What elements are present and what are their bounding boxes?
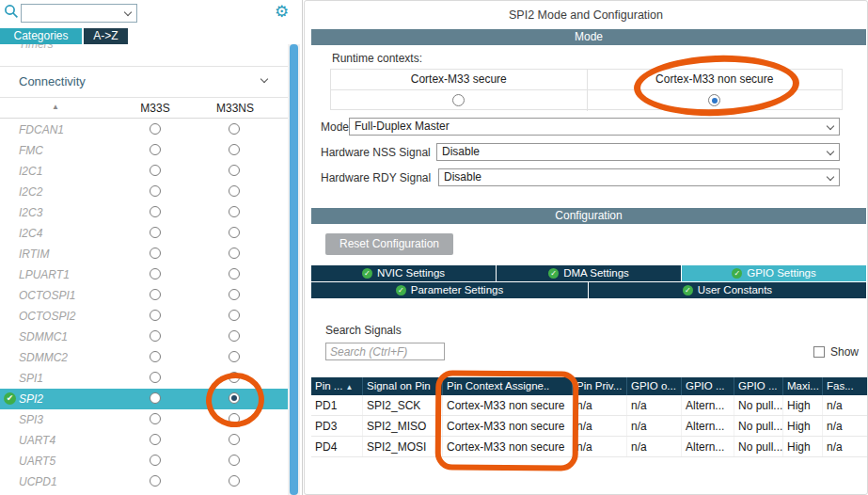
signal-cell: n/a (627, 395, 682, 415)
radio-irtim-m33ns[interactable] (229, 248, 240, 259)
signals-col-header[interactable]: Pin Context Assigne.. (443, 377, 573, 395)
radio-lpuart1-m33ns[interactable] (229, 268, 240, 279)
signal-row-pd1[interactable]: PD1SPI2_SCKCortex-M33 non securen/an/aAl… (311, 395, 868, 416)
settings-gear-icon[interactable]: ⚙ (275, 2, 289, 22)
signals-col-header[interactable]: GPIO o... (627, 377, 682, 395)
left-scrollbar[interactable] (288, 44, 300, 495)
signals-col-header[interactable]: GPIO ... (682, 377, 734, 395)
mode-select[interactable]: Full-Duplex Master (349, 118, 840, 136)
signal-row-pd3[interactable]: PD3SPI2_MISOCortex-M33 non securen/an/aA… (311, 416, 868, 437)
peripheral-row-sdmmc2[interactable]: SDMMC2 (0, 347, 288, 368)
radio-i2c4-m33s[interactable] (150, 227, 161, 238)
radio-spi1-m33ns[interactable] (229, 372, 240, 383)
radio-ucpd1-m33s[interactable] (150, 475, 161, 487)
signals-col-header[interactable]: Maxi... (783, 377, 823, 395)
peripheral-row-ucpd1[interactable]: UCPD1 (0, 471, 288, 492)
hardware-rdy-select[interactable]: Disable (438, 168, 840, 186)
signals-col-header[interactable]: Pin ...▲ (311, 377, 363, 395)
radio-fmc-m33ns[interactable] (229, 144, 240, 155)
peripheral-row-spi3[interactable]: SPI3 (0, 409, 288, 430)
signal-cell: Cortex-M33 non secure (443, 437, 573, 456)
peripheral-row-irtim[interactable]: IRTIM (0, 244, 288, 264)
partial-list-item[interactable]: Timers (19, 44, 54, 51)
show-checkbox[interactable] (813, 346, 825, 358)
peripheral-row-i2c4[interactable]: I2C4 (0, 223, 288, 244)
signals-col-header-label: GPIO o... (631, 380, 676, 391)
spi2-config-panel: SPI2 Mode and Configuration Mode Runtime… (304, 0, 868, 495)
chevron-down-icon (827, 122, 834, 130)
configuration-section-header: Configuration (311, 208, 866, 224)
radio-uart4-m33ns[interactable] (229, 434, 240, 445)
radio-uart5-m33s[interactable] (150, 455, 161, 466)
tab-user-constants[interactable]: ✓User Constants (589, 282, 866, 298)
radio-spi3-m33s[interactable] (150, 413, 161, 424)
tab-categories[interactable]: Categories (0, 28, 82, 44)
show-checkbox-label: Show (830, 345, 859, 359)
category-connectivity[interactable]: Connectivity (0, 67, 288, 97)
peripheral-row-fdcan1[interactable]: FDCAN1 (0, 120, 288, 140)
peripheral-row-octospi2[interactable]: OCTOSPI2 (0, 306, 288, 327)
signals-col-header[interactable]: Fas... (823, 377, 868, 395)
column-header-m33s[interactable]: M33S (134, 102, 176, 115)
radio-cortex-m33-secure[interactable] (452, 94, 465, 106)
radio-sdmmc2-m33ns[interactable] (229, 351, 240, 362)
radio-i2c3-m33s[interactable] (150, 206, 161, 217)
sort-asc-icon[interactable]: ▲ (52, 103, 59, 111)
radio-octospi2-m33ns[interactable] (229, 310, 240, 321)
peripheral-row-i2c3[interactable]: I2C3 (0, 202, 288, 223)
radio-lpuart1-m33s[interactable] (150, 268, 161, 279)
radio-i2c1-m33ns[interactable] (229, 165, 240, 176)
tab-az[interactable]: A->Z (84, 28, 128, 44)
peripheral-row-spi2[interactable]: ✔SPI2 (0, 389, 288, 409)
radio-cortex-m33-non-secure[interactable] (708, 94, 720, 106)
signal-row-pd4[interactable]: PD4SPI2_MOSICortex-M33 non securen/an/aA… (311, 437, 868, 457)
radio-uart5-m33ns[interactable] (229, 455, 240, 466)
radio-i2c4-m33ns[interactable] (229, 227, 240, 238)
peripheral-row-spi1[interactable]: SPI1 (0, 368, 288, 389)
radio-fdcan1-m33ns[interactable] (229, 123, 240, 135)
signals-col-header[interactable]: Signal on Pin (363, 377, 443, 395)
peripheral-row-i2c2[interactable]: I2C2 (0, 182, 288, 202)
column-header-m33ns[interactable]: M33NS (213, 102, 258, 115)
chevron-collapse-icon[interactable] (260, 75, 268, 83)
radio-irtim-m33s[interactable] (150, 248, 161, 259)
peripheral-row-i2c1[interactable]: I2C1 (0, 161, 288, 182)
radio-spi1-m33s[interactable] (150, 372, 161, 383)
peripheral-search-combo[interactable] (21, 4, 137, 23)
peripheral-row-fmc[interactable]: FMC (0, 140, 288, 161)
peripheral-row-sdmmc1[interactable]: SDMMC1 (0, 327, 288, 347)
radio-spi2-m33ns[interactable] (229, 392, 240, 404)
left-scrollbar-thumb[interactable] (290, 44, 298, 495)
signals-col-header[interactable]: Pin Priv... (573, 377, 627, 395)
radio-uart4-m33s[interactable] (150, 434, 161, 445)
signal-cell: PD3 (311, 416, 363, 436)
peripheral-row-uart5[interactable]: UART5 (0, 451, 288, 471)
radio-i2c2-m33s[interactable] (150, 185, 161, 197)
hardware-nss-select[interactable]: Disable (436, 143, 840, 161)
radio-fmc-m33s[interactable] (150, 144, 161, 155)
radio-octospi1-m33s[interactable] (150, 289, 161, 300)
radio-i2c1-m33s[interactable] (150, 165, 161, 176)
radio-fdcan1-m33s[interactable] (150, 123, 161, 135)
radio-spi3-m33ns[interactable] (229, 413, 240, 424)
tab-dma-settings[interactable]: ✓DMA Settings (497, 265, 681, 281)
peripheral-row-uart4[interactable]: UART4 (0, 430, 288, 451)
radio-spi2-m33s[interactable] (150, 392, 161, 404)
tab-nvic-settings[interactable]: ✓NVIC Settings (311, 265, 496, 281)
tab-gpio-settings[interactable]: ✓GPIO Settings (682, 265, 866, 281)
radio-i2c2-m33ns[interactable] (229, 185, 240, 197)
radio-ucpd1-m33ns[interactable] (229, 475, 240, 487)
peripheral-list-container: Timers Connectivity ▲ M33S M33NS FDCAN1F… (0, 44, 288, 495)
peripheral-row-octospi1[interactable]: OCTOSPI1 (0, 285, 288, 306)
radio-sdmmc2-m33s[interactable] (150, 351, 161, 362)
tab-parameter-settings[interactable]: ✓Parameter Settings (311, 282, 588, 298)
signals-col-header[interactable]: GPIO ... (734, 377, 783, 395)
radio-sdmmc1-m33ns[interactable] (229, 330, 240, 342)
radio-sdmmc1-m33s[interactable] (150, 330, 161, 342)
radio-octospi2-m33s[interactable] (150, 310, 161, 321)
peripheral-row-lpuart1[interactable]: LPUART1 (0, 264, 288, 285)
radio-i2c3-m33ns[interactable] (229, 206, 240, 217)
radio-octospi1-m33ns[interactable] (229, 289, 240, 300)
reset-configuration-button[interactable]: Reset Configuration (325, 233, 453, 255)
signals-search-input[interactable] (325, 343, 445, 360)
